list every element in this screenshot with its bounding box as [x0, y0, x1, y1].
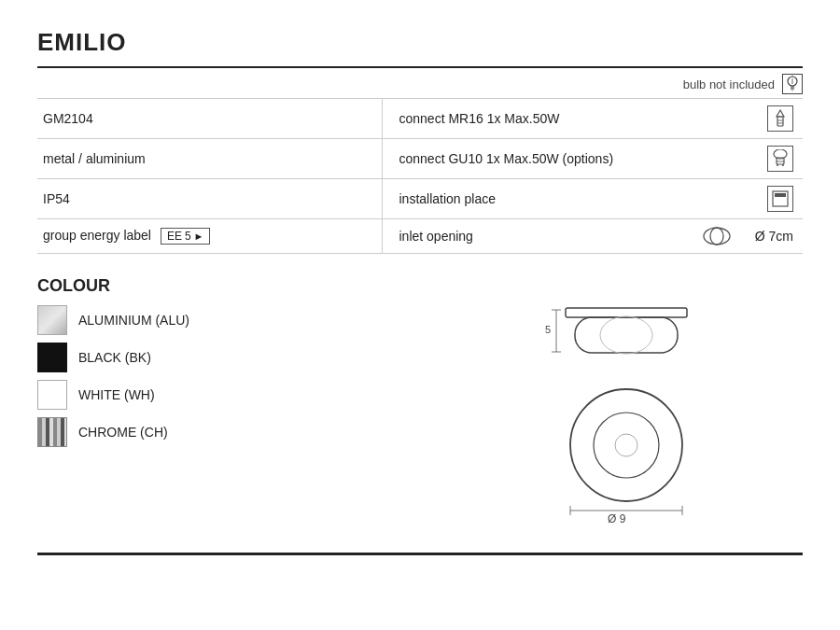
spec-right-1: connect MR16 1x Max.50W	[382, 99, 803, 139]
energy-arrow-icon: ►	[194, 231, 204, 242]
list-item: BLACK (BK)	[37, 343, 458, 372]
svg-rect-16	[775, 193, 786, 197]
chrome-swatch	[37, 417, 67, 447]
energy-badge: EE 5 ►	[161, 228, 211, 245]
spec-left-3: IP54	[37, 179, 382, 219]
spec-right-2: connect GU10 1x Max.50W (options)	[382, 139, 803, 179]
svg-point-17	[704, 228, 730, 245]
colour-section: COLOUR ALUMINIUM (ALU) BLACK (BK) WHITE …	[37, 254, 458, 525]
spec-row-3: IP54 installation place	[37, 179, 803, 219]
list-item: CHROME (CH)	[37, 417, 458, 447]
svg-point-28	[615, 434, 637, 456]
bulb-gu10-icon	[767, 146, 793, 172]
spec-row-4: group energy label EE 5 ► inlet opening	[37, 219, 803, 254]
chrome-label: CHROME (CH)	[78, 425, 168, 440]
spec-left-2: metal / aluminium	[37, 139, 382, 179]
diagram-svg: 5 Ø 9	[500, 282, 762, 525]
colour-list: ALUMINIUM (ALU) BLACK (BK) WHITE (WH) CH…	[37, 305, 458, 447]
product-title: EMILIO	[37, 28, 803, 57]
specs-table: GM2104 connect MR16 1x Max.50W	[37, 98, 803, 254]
svg-text:Ø 9: Ø 9	[608, 512, 626, 525]
product-diagram: 5 Ø 9	[458, 254, 803, 525]
white-label: WHITE (WH)	[78, 387, 155, 402]
alu-label: ALUMINIUM (ALU)	[78, 313, 189, 328]
svg-text:5: 5	[545, 324, 551, 335]
colour-title: COLOUR	[37, 276, 458, 296]
bulb-not-included-text: bulb not included	[683, 77, 775, 91]
alu-swatch	[37, 305, 67, 335]
bulb-mr16-icon	[767, 105, 793, 132]
black-swatch	[37, 343, 67, 372]
svg-point-26	[570, 389, 682, 501]
list-item: WHITE (WH)	[37, 380, 458, 410]
bottom-divider	[37, 553, 803, 555]
spec-row-1: GM2104 connect MR16 1x Max.50W	[37, 99, 803, 139]
spec-right-3: installation place	[382, 179, 803, 219]
bulb-row: bulb not included	[37, 68, 803, 98]
ceiling-installation-icon	[767, 186, 793, 212]
svg-rect-24	[575, 317, 678, 353]
list-item: ALUMINIUM (ALU)	[37, 305, 458, 335]
spec-left-1: GM2104	[37, 99, 382, 139]
inlet-icon-group: Ø 7cm	[703, 226, 793, 246]
black-label: BLACK (BK)	[78, 350, 151, 365]
bulb-icon	[782, 74, 803, 94]
main-content: COLOUR ALUMINIUM (ALU) BLACK (BK) WHITE …	[37, 254, 803, 525]
svg-marker-6	[777, 110, 784, 117]
spec-left-4: group energy label EE 5 ►	[37, 219, 382, 254]
inlet-size-text: Ø 7cm	[755, 229, 793, 244]
spec-row-2: metal / aluminium connect GU10 1x Max.50…	[37, 139, 803, 179]
svg-point-27	[594, 413, 659, 478]
svg-point-25	[600, 316, 652, 354]
svg-point-18	[710, 228, 723, 245]
spec-right-4: inlet opening Ø 7cm	[382, 219, 803, 254]
white-swatch	[37, 380, 67, 410]
svg-rect-7	[777, 117, 783, 126]
